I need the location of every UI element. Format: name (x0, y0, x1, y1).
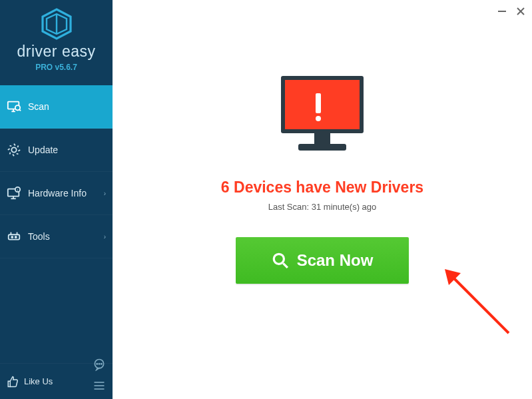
chevron-right-icon: › (104, 190, 106, 197)
app-layout: driver easy PRO v5.6.7 Scan (0, 0, 532, 399)
close-icon (516, 7, 525, 16)
last-scan-prefix: Last Scan: (268, 202, 312, 212)
scan-monitor-icon (7, 99, 21, 114)
menu-icon (93, 379, 106, 392)
chat-button[interactable] (93, 358, 106, 371)
sidebar-item-label: Scan (28, 101, 49, 112)
svg-line-37 (450, 274, 509, 333)
gear-arrows-icon (7, 143, 21, 157)
svg-point-32 (316, 116, 321, 121)
monitor-info-icon: i (7, 186, 21, 200)
sidebar: driver easy PRO v5.6.7 Scan (0, 0, 113, 399)
sidebar-footer: Like Us (0, 363, 113, 399)
sidebar-item-tools[interactable]: Tools › (0, 215, 113, 258)
scan-now-label: Scan Now (297, 251, 374, 270)
svg-rect-31 (316, 93, 321, 113)
svg-text:i: i (17, 188, 18, 192)
minimize-button[interactable] (496, 5, 508, 17)
last-scan-value: 31 minute(s) ago (312, 202, 377, 212)
close-button[interactable] (515, 5, 527, 17)
sidebar-nav: Scan Update (0, 85, 113, 258)
thumbs-up-icon (7, 376, 19, 388)
sidebar-item-update[interactable]: Update (0, 129, 113, 172)
brand-version: PRO v5.6.7 (35, 63, 77, 72)
main-panel: 6 Devices have New Drivers Last Scan: 31… (113, 0, 532, 399)
brand-block: driver easy PRO v5.6.7 (0, 0, 113, 77)
scan-now-button[interactable]: Scan Now (236, 237, 409, 284)
sidebar-item-label: Update (28, 145, 58, 155)
sidebar-item-scan[interactable]: Scan (0, 85, 113, 129)
svg-rect-17 (9, 234, 20, 239)
brand-name: driver easy (17, 43, 96, 61)
like-us-label: Like Us (24, 376, 53, 386)
chevron-right-icon: › (104, 233, 106, 240)
sidebar-item-label: Tools (28, 231, 50, 242)
svg-point-9 (15, 105, 20, 110)
svg-marker-38 (445, 269, 461, 285)
svg-point-21 (15, 236, 17, 238)
sidebar-item-hardware-info[interactable]: i Hardware Info › (0, 172, 113, 215)
chat-icon (93, 358, 106, 371)
svg-rect-33 (314, 133, 330, 144)
svg-point-11 (11, 147, 16, 152)
svg-line-10 (19, 110, 21, 111)
annotation-arrow-icon (442, 266, 522, 346)
like-us-button[interactable]: Like Us (7, 376, 53, 388)
svg-rect-34 (298, 144, 346, 151)
monitor-alert-icon (276, 73, 369, 159)
svg-point-25 (101, 364, 102, 364)
svg-point-20 (11, 236, 13, 238)
svg-point-35 (274, 254, 284, 264)
footer-extra-icons (93, 358, 106, 392)
minimize-icon (497, 7, 507, 16)
brand-logo-icon (40, 8, 73, 40)
search-icon (272, 252, 289, 269)
window-controls (496, 5, 527, 17)
scan-result-headline: 6 Devices have New Drivers (221, 179, 423, 197)
svg-point-23 (97, 364, 97, 364)
svg-rect-30 (285, 80, 360, 129)
svg-line-36 (283, 263, 288, 268)
tools-icon (7, 229, 21, 244)
menu-button[interactable] (93, 379, 106, 392)
sidebar-item-label: Hardware Info (28, 188, 87, 199)
svg-point-24 (99, 364, 99, 364)
last-scan-text: Last Scan: 31 minute(s) ago (268, 202, 377, 212)
